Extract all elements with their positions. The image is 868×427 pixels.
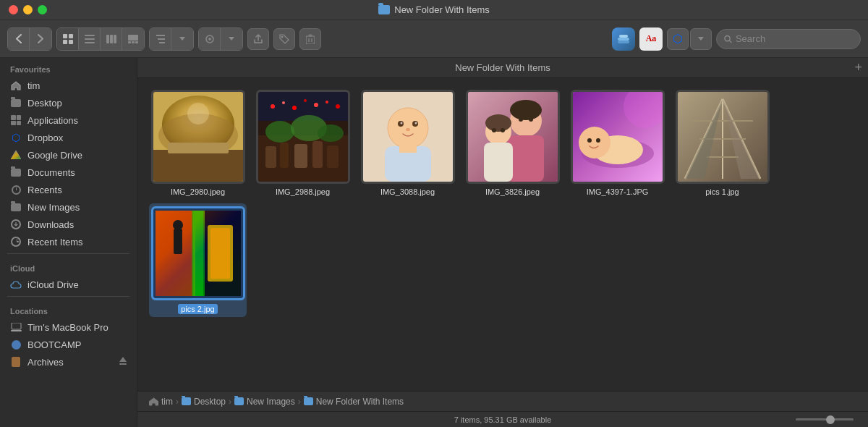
share-button[interactable] [247,28,269,50]
sidebar-item-recent-items[interactable]: Recent Items [0,233,137,250]
icon-view-button[interactable] [57,28,79,50]
new-images-folder-icon [10,201,22,213]
sidebar-item-macbook[interactable]: Tim's MacBook Pro [0,318,137,336]
close-button[interactable] [9,5,18,14]
downloads-icon [10,219,22,230]
view-options-group [149,28,194,51]
file-thumbnail [256,90,350,184]
sidebar-item-dropbox[interactable]: ⬡ Dropbox [0,129,137,146]
zoom-slider[interactable] [796,418,854,420]
svg-point-47 [326,101,328,103]
back-button[interactable] [8,28,30,50]
search-input[interactable] [736,33,853,44]
status-text: 7 items, 95.31 GB available [454,415,552,424]
svg-point-46 [314,103,318,107]
sidebar-item-new-images[interactable]: New Images [0,198,137,216]
svg-point-45 [304,99,307,102]
eject-button[interactable] [119,357,127,368]
minimize-button[interactable] [23,5,33,14]
tag-button[interactable] [273,28,295,50]
file-name-label: IMG_3826.jpeg [485,187,540,196]
sidebar-item-google-drive[interactable]: Google Drive [0,146,137,164]
svg-rect-15 [158,38,165,40]
file-thumbnail [151,206,245,300]
dropbox-dropdown[interactable] [690,28,712,50]
svg-rect-11 [128,41,131,43]
action-button-group [198,28,243,51]
sidebar-item-desktop[interactable]: Desktop [0,94,137,111]
arrange-dropdown-button[interactable] [171,28,193,50]
file-thumbnail [361,90,455,184]
dictionary-icon[interactable]: Aa [639,28,663,51]
documents-folder-icon [10,166,22,178]
action-button[interactable] [199,28,221,50]
action-dropdown-button[interactable] [221,28,242,50]
dropbox-toolbar-button[interactable]: ⬡ [667,28,689,50]
svg-rect-5 [85,38,95,40]
breadcrumb-folder-icon-2 [234,397,244,405]
app-icon-stacks[interactable] [612,28,635,51]
svg-point-48 [336,104,340,109]
breadcrumb-sep-1: › [176,397,179,407]
svg-point-64 [414,122,417,124]
status-bar: 7 items, 95.31 GB available [137,411,868,427]
svg-point-44 [292,106,297,110]
file-thumbnail [151,90,245,184]
file-item-img3826[interactable]: IMG_3826.jpeg [464,90,561,196]
svg-point-57 [318,124,344,142]
svg-rect-4 [85,35,95,36]
breadcrumb-folder-icon-3 [304,397,313,405]
forward-button[interactable] [30,28,51,50]
svg-point-77 [529,117,533,122]
svg-point-42 [271,104,275,109]
sidebar-item-documents[interactable]: Documents [0,164,137,181]
recents-icon [10,184,22,195]
search-box[interactable] [716,29,861,49]
sidebar-item-icloud-drive[interactable]: iCloud Drive [0,276,137,293]
svg-line-27 [730,41,731,42]
svg-point-55 [265,121,294,143]
svg-point-78 [492,128,496,132]
favourites-header: Favourites [0,58,137,77]
divider-icloud [7,253,129,254]
breadcrumb-item-tim[interactable]: tim [149,397,173,407]
column-view-button[interactable] [101,28,122,50]
svg-point-84 [579,127,610,158]
breadcrumb-sep-3: › [298,397,301,407]
sidebar-item-applications[interactable]: Applications [0,111,137,129]
file-item-img3088[interactable]: IMG_3088.jpeg [359,90,456,196]
svg-rect-53 [312,141,323,168]
sidebar-item-archives[interactable]: Archives [0,353,137,371]
content-header: New Folder With Items + [137,58,868,78]
icloud-icon [10,279,22,290]
maximize-button[interactable] [38,5,47,14]
svg-point-76 [519,117,523,122]
sidebar: Favourites tim Desktop Applications ⬡ Dr… [0,58,137,427]
svg-rect-19 [306,36,315,44]
apps-icon [10,114,22,126]
file-item-img2980[interactable]: IMG_2980.jpeg [149,90,247,196]
file-name-label: IMG_2980.jpeg [171,187,225,196]
file-item-img2988[interactable]: IMG_2988.jpeg [254,90,352,196]
add-tab-button[interactable]: + [854,60,862,75]
svg-rect-14 [156,35,165,36]
svg-point-26 [725,35,730,41]
sidebar-item-bootcamp[interactable]: BOOTCAMP [0,336,137,353]
svg-rect-3 [69,40,73,44]
breadcrumb-item-new-images[interactable]: New Images [234,397,295,407]
svg-rect-20 [309,35,312,36]
arrange-button[interactable] [150,28,171,50]
breadcrumb-item-desktop[interactable]: Desktop [182,397,226,407]
svg-rect-6 [85,42,95,43]
file-item-pics2[interactable]: pics 2.jpg [149,203,247,317]
sidebar-item-downloads[interactable]: Downloads [0,216,137,233]
svg-rect-7 [106,35,109,43]
list-view-button[interactable] [79,28,101,50]
file-item-pics1[interactable]: pics 1.jpg [673,90,771,196]
sidebar-item-tim[interactable]: tim [0,77,137,94]
sidebar-item-recents[interactable]: Recents [0,181,137,198]
gallery-view-button[interactable] [122,28,144,50]
breadcrumb-item-new-folder[interactable]: New Folder With Items [304,397,404,407]
file-item-img4397[interactable]: IMG_4397-1.JPG [569,90,666,196]
delete-button[interactable] [299,28,321,50]
